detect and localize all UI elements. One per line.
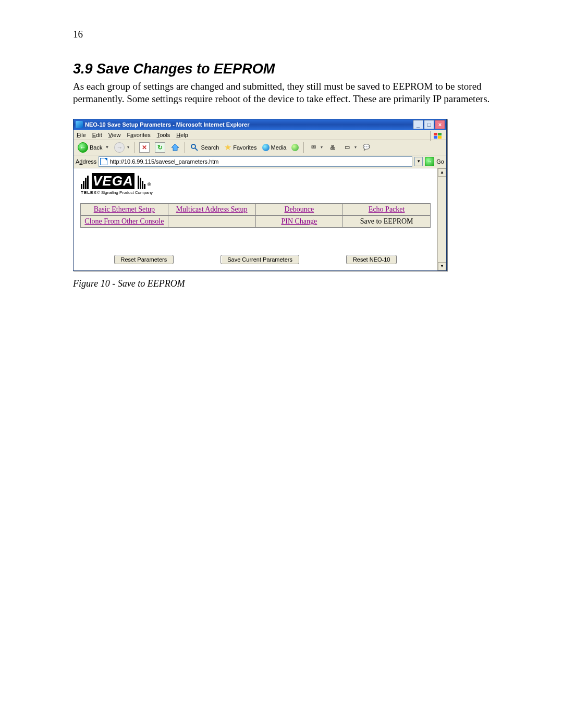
minimize-button[interactable]: _ [413,120,423,129]
section-heading: 3.9 Save Changes to EEPROM [73,61,503,77]
window-titlebar: NEO-10 Save Setup Parameters - Microsoft… [74,119,446,130]
star-icon: ★ [224,142,231,152]
menu-tools[interactable]: Tools [157,132,170,138]
content-area: VEGA ® TELEX© Signaling Product Company … [74,168,446,270]
stop-button[interactable]: ✕ [137,141,152,154]
svg-rect-3 [438,136,442,139]
address-bar: Address http://10.6.99.115/savesel_param… [74,155,446,168]
windows-flag-icon [430,131,445,141]
edit-icon: ▭ [342,143,352,152]
svg-rect-0 [434,133,437,135]
back-button[interactable]: ← Back ▼ [76,141,111,154]
logo-area: VEGA ® TELEX© Signaling Product Company [74,169,437,198]
media-button[interactable]: Media [260,143,289,152]
page-number: 16 [73,29,503,40]
figure-caption: Figure 10 - Save to EEPROM [73,278,503,289]
menu-bar: File Edit View Favorites Tools Help [74,130,446,140]
vega-logo: VEGA ® [81,173,430,189]
home-button[interactable] [168,142,182,153]
save-current-parameters-button[interactable]: Save Current Parameters [221,255,299,264]
current-page-label: Save to EEPROM [360,217,413,225]
empty-cell [168,215,255,227]
media-icon [262,144,270,151]
svg-point-5 [191,144,195,149]
page-icon [100,158,107,165]
document-page: 16 3.9 Save Changes to EEPROM As each gr… [0,0,563,728]
ie-icon [76,121,83,128]
nav-table: Basic Ethernet Setup Multicast Address S… [80,203,431,228]
menu-edit[interactable]: Edit [92,132,102,138]
body-paragraph: As each group of settings are changed an… [73,80,503,105]
reset-parameters-button[interactable]: Reset Parameters [114,255,174,264]
link-multicast[interactable]: Multicast Address Setup [176,205,248,213]
refresh-button[interactable]: ↻ [153,141,167,154]
mail-icon: ✉ [309,143,318,152]
go-label: Go [436,158,444,165]
link-clone-console[interactable]: Clone From Other Console [84,217,164,225]
scroll-down-button[interactable]: ▼ [438,262,446,270]
go-button[interactable]: → [425,157,434,166]
chevron-down-icon: ▼ [105,145,109,150]
back-label: Back [90,144,102,151]
svg-marker-4 [172,144,179,151]
forward-arrow-icon: → [114,142,125,153]
address-value: http://10.6.99.115/savesel_parameters.ht… [109,158,218,165]
search-button[interactable]: Search [188,142,221,153]
menu-file[interactable]: File [77,132,86,138]
menu-view[interactable]: View [108,132,121,138]
toolbar-separator [185,142,185,153]
window-title: NEO-10 Save Setup Parameters - Microsoft… [85,121,413,128]
maximize-button[interactable]: □ [424,120,434,129]
chevron-down-icon: ▾ [127,145,129,150]
media-label: Media [271,144,287,151]
table-row: Clone From Other Console PIN Change Save… [81,215,431,227]
logo-subtitle: TELEX© Signaling Product Company [81,190,430,195]
link-echo-packet[interactable]: Echo Packet [369,205,405,213]
svg-line-6 [195,148,198,151]
favorites-button[interactable]: ★ Favorites [222,141,259,153]
favorites-label: Favorites [233,144,256,151]
link-pin-change[interactable]: PIN Change [281,217,317,225]
search-label: Search [201,144,219,151]
discuss-button[interactable]: 💬 [360,142,373,153]
back-arrow-icon: ← [78,142,88,153]
chevron-down-icon: ▾ [321,145,323,150]
reset-neo10-button[interactable]: Reset NEO-10 [346,255,397,264]
mail-button[interactable]: ✉ ▾ [307,142,325,153]
edit-button[interactable]: ▭ ▾ [340,142,359,153]
vertical-scrollbar[interactable]: ▲ ▼ [437,168,446,270]
close-button[interactable]: × [435,120,445,129]
svg-rect-1 [438,133,442,135]
print-icon: 🖶 [328,143,337,152]
print-button[interactable]: 🖶 [326,142,339,153]
toolbar-separator [303,142,304,153]
toolbar-separator [134,142,134,153]
scroll-up-button[interactable]: ▲ [438,168,446,177]
forward-button[interactable]: → ▾ [112,141,131,154]
link-basic-ethernet[interactable]: Basic Ethernet Setup [94,205,155,213]
history-button[interactable] [289,143,301,152]
menu-help[interactable]: Help [176,132,188,138]
search-icon [190,143,199,152]
address-label: Address [76,158,96,165]
refresh-icon: ↻ [155,142,165,153]
home-icon [170,143,180,152]
discuss-icon: 💬 [362,143,371,152]
link-debounce[interactable]: Debounce [284,205,314,213]
menu-favorites[interactable]: Favorites [127,132,150,138]
address-input[interactable]: http://10.6.99.115/savesel_parameters.ht… [99,156,412,167]
toolbar: ← Back ▼ → ▾ ✕ ↻ [74,140,446,155]
history-icon [291,144,299,151]
svg-rect-2 [434,136,437,139]
button-row: Reset Parameters Save Current Parameters… [74,228,437,270]
ie-window: NEO-10 Save Setup Parameters - Microsoft… [73,119,447,271]
stop-icon: ✕ [139,142,150,153]
table-row: Basic Ethernet Setup Multicast Address S… [81,203,431,215]
chevron-down-icon: ▾ [354,145,357,150]
address-dropdown[interactable]: ▼ [414,157,423,166]
